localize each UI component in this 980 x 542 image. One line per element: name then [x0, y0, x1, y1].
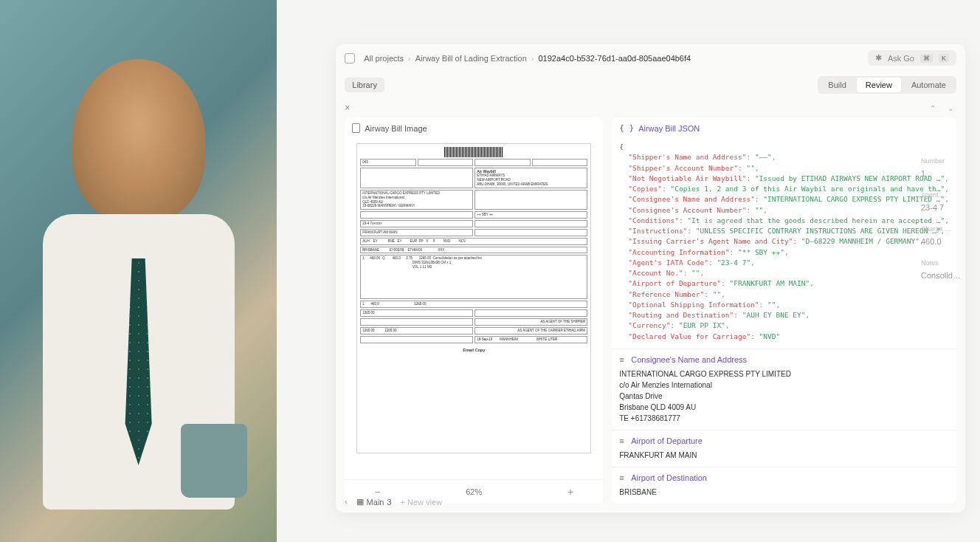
zoom-in-button[interactable]: +	[567, 486, 573, 498]
extract-line: FRANKFURT AM MAIN	[619, 450, 949, 461]
wb-conditions-box	[475, 190, 587, 210]
tab-automate[interactable]: Automate	[903, 78, 955, 92]
json-line: "Routing and Destination": "AUH EY BNE E…	[619, 310, 949, 320]
sparkle-icon: ✱	[875, 53, 882, 63]
grid-icon: ▦	[356, 497, 364, 507]
json-line: "Copies": "Copies 1, 2 and 3 of this Air…	[619, 184, 949, 194]
extract-title: Airport of Departure	[631, 436, 703, 445]
wb-total2: 1265.00	[360, 309, 473, 317]
extract-body: INTERNATIONAL CARGO EXPRESS PTY LIMITEDc…	[619, 368, 949, 424]
photo-tie	[117, 258, 161, 465]
wb-dest: BRISBANE EY002/08 ET484/09 XXX	[360, 247, 587, 254]
ghost-value: 1	[921, 167, 965, 182]
main-view-tab[interactable]: ▦ Main 3	[356, 497, 392, 507]
breadcrumb: All projects › Airway Bill of Lading Ext…	[364, 54, 859, 63]
ghost-value: 23-4 7	[921, 201, 965, 216]
extract-header: ≡Airport of Departure	[619, 436, 949, 445]
main-view-label: Main	[367, 498, 384, 507]
marketing-photo	[0, 0, 277, 542]
wb-agent1: AS AGENT OF THE SHIPPER	[475, 318, 587, 326]
json-line: "Accounting Information": "** SBY ++",	[619, 247, 949, 258]
wb-departure: FRANKFURT AM MAIN	[360, 229, 473, 236]
zoom-level: 62%	[466, 487, 482, 496]
json-line: "Consignee's Account Number": "",	[619, 205, 949, 216]
extract-line: TE +61738681777	[619, 413, 949, 424]
extract-title: Consignee's Name and Address	[631, 355, 747, 364]
wb-consignee-box: INTERNATIONAL CARGO EXPRESS PTY LIMITED …	[360, 190, 473, 210]
wb-blank	[360, 336, 473, 343]
kbd-cmd: ⌘	[920, 54, 933, 63]
tab-build[interactable]: Build	[819, 78, 855, 92]
wb-date: 18-Sep-19 MANNHEIM WHITE LITER	[475, 336, 587, 343]
topbar: All projects › Airway Bill of Lading Ext…	[336, 44, 965, 72]
extract-line: Qantas Drive	[619, 391, 949, 402]
mode-tabs: Build Review Automate	[818, 76, 956, 94]
wb-agent-box	[360, 211, 473, 219]
wb-agent2: AS AGENT OF THE CARRIER ETIHAD AIRW	[475, 327, 587, 335]
ghost-value: 460.0	[921, 235, 965, 250]
new-view-label: New view	[407, 498, 442, 507]
wb-routing: AUH EY BNE EY EUR PP X X NVD NCV	[360, 238, 587, 245]
wb-total3: 1265.00 1265.00	[360, 327, 473, 335]
tab-review[interactable]: Review	[857, 78, 901, 92]
chevron-left-icon[interactable]: ‹	[345, 498, 347, 506]
json-line: "Airport of Departure": "FRANKFURT AM MA…	[619, 278, 949, 289]
library-button[interactable]: Library	[345, 78, 384, 92]
breadcrumb-project[interactable]: Airway Bill of Lading Extraction	[415, 54, 527, 63]
close-icon[interactable]: ×	[345, 103, 350, 113]
extract-title: Airport of Destination	[631, 473, 707, 482]
wb-line: 23-68229 MANNHEIM / GERMANY	[362, 204, 471, 208]
wb-sby-box: ++ SBY ++	[475, 211, 587, 219]
new-view-button[interactable]: + New view	[401, 498, 443, 507]
ghost-value: Consolid…	[921, 269, 965, 284]
extract-header: ≡Consignee's Name and Address	[619, 355, 949, 364]
breadcrumb-root[interactable]: All projects	[364, 54, 404, 63]
document-pane: Airway Bill Image 043	[345, 117, 603, 504]
barcode	[444, 147, 503, 157]
wb-blank	[475, 220, 587, 227]
json-line: "Consignee's Name and Address": "INTERNA…	[619, 194, 949, 205]
extract-section: ≡Airport of DepartureFRANKFURT AM MAIN	[612, 430, 956, 467]
wb-shipper-box	[360, 168, 473, 188]
wb-awb-box: Air Waybill ETIHAD AIRWAYS NEW AIRPORT R…	[475, 168, 587, 188]
prev-record-icon[interactable]: ⌃	[927, 104, 939, 112]
doc-pane-title: Airway Bill Image	[365, 124, 427, 133]
wb-blank	[532, 159, 588, 166]
ghost-label: Notes	[921, 257, 965, 269]
json-line: "Instructions": "UNLESS SPECIFIC CONTRAR…	[619, 226, 949, 236]
json-line: "Agent's IATA Code": "23-4 7",	[619, 258, 949, 268]
sidebar-toggle-icon[interactable]	[345, 53, 355, 64]
chevron-right-icon: ›	[408, 54, 411, 63]
subbar: Library Build Review Automate	[336, 72, 965, 98]
main-view-count: 3	[387, 498, 391, 507]
extract-section: ≡Consignee's Name and AddressINTERNATION…	[612, 349, 956, 430]
json-line: "Account No.": "",	[619, 268, 949, 278]
next-record-icon[interactable]: ⌄	[945, 104, 956, 112]
wb-issuer: ETIHAD AIRWAYS NEW AIRPORT ROAD ABU DHAB…	[477, 174, 585, 187]
zoom-out-button[interactable]: −	[374, 486, 380, 498]
chevron-right-icon: ›	[531, 54, 534, 63]
json-pane-title: Airway Bill JSON	[638, 124, 700, 133]
doc-body[interactable]: 043 Air Waybill ETIHAD AIRWAYS NEW AIRPO…	[345, 139, 603, 479]
kbd-k: K	[939, 54, 949, 63]
ask-go-label: Ask Go	[888, 54, 914, 63]
json-pane-header: { } Airway Bill JSON	[612, 117, 956, 139]
json-line: "Not Negotiable Air Waybill": "Issued by…	[619, 174, 949, 184]
list-icon: ≡	[619, 355, 627, 364]
list-icon: ≡	[619, 436, 627, 445]
json-line: "Shipper's Name and Address": "——",	[619, 152, 949, 162]
json-viewer[interactable]: {"Shipper's Name and Address": "——","Shi…	[612, 139, 956, 349]
wb-blank	[475, 229, 587, 236]
file-icon	[352, 123, 360, 133]
wb-blank	[418, 159, 474, 166]
extract-line: INTERNATIONAL CARGO EXPRESS PTY LIMITED	[619, 368, 949, 380]
ghost-side-panel: Number 1 Agent … 23-4 7 Charge … 460.0 N…	[921, 155, 965, 291]
breadcrumb-current: 0192a4c0-b532-76d1-aa0d-805aae04b6f4	[538, 54, 691, 63]
braces-icon: { }	[619, 123, 634, 133]
ask-go-button[interactable]: ✱ Ask Go ⌘ K	[868, 50, 956, 66]
wb-email-copy: Email Copy	[360, 348, 587, 353]
extract-body: BRISBANE	[619, 487, 949, 498]
extract-line: Brisbane QLD 4009 AU	[619, 402, 949, 413]
app-window: All projects › Airway Bill of Lading Ext…	[336, 44, 965, 512]
json-pane: { } Airway Bill JSON {"Shipper's Name an…	[612, 117, 956, 504]
